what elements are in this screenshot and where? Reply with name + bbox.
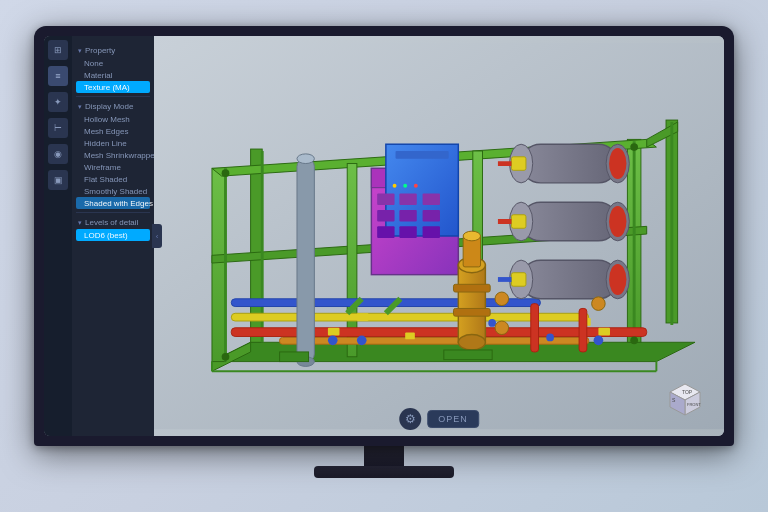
svg-point-82 bbox=[495, 292, 509, 306]
svg-rect-36 bbox=[377, 226, 394, 238]
svg-point-40 bbox=[403, 184, 407, 188]
svg-rect-62 bbox=[511, 215, 525, 229]
svg-point-58 bbox=[609, 148, 626, 179]
svg-point-46 bbox=[463, 231, 480, 241]
menu-item-none[interactable]: None bbox=[76, 57, 150, 69]
svg-point-60 bbox=[609, 264, 626, 295]
svg-rect-30 bbox=[377, 193, 394, 205]
layers-icon[interactable]: ⊞ bbox=[48, 40, 68, 60]
svg-rect-32 bbox=[423, 193, 440, 205]
svg-rect-55 bbox=[521, 260, 618, 299]
property-section-title[interactable]: ▾ Property bbox=[76, 44, 150, 57]
menu-item-mesh-shrinkwrapped[interactable]: Mesh Shrinkwrapped bbox=[76, 149, 150, 161]
svg-rect-29 bbox=[396, 151, 449, 159]
menu-item-hollow-mesh[interactable]: Hollow Mesh bbox=[76, 113, 150, 125]
view-icon[interactable]: ◉ bbox=[48, 144, 68, 164]
svg-rect-31 bbox=[399, 193, 416, 205]
open-button[interactable]: OPEN bbox=[427, 410, 479, 428]
svg-point-76 bbox=[594, 336, 604, 346]
svg-point-75 bbox=[546, 334, 554, 342]
monitor-stand-neck bbox=[364, 446, 404, 466]
svg-point-72 bbox=[328, 336, 338, 346]
svg-rect-22 bbox=[280, 337, 589, 344]
sidebar-icons-strip: ⊞ ≡ ✦ ⊢ ◉ ▣ bbox=[44, 36, 72, 436]
cad-viewport-svg bbox=[154, 36, 724, 436]
divider-2 bbox=[76, 212, 150, 213]
svg-rect-42 bbox=[458, 265, 485, 342]
svg-point-39 bbox=[393, 184, 397, 188]
menu-item-hidden-line[interactable]: Hidden Line bbox=[76, 137, 150, 149]
svg-rect-33 bbox=[377, 210, 394, 222]
menu-item-wireframe[interactable]: Wireframe bbox=[76, 161, 150, 173]
svg-rect-23 bbox=[297, 159, 314, 362]
svg-rect-3 bbox=[212, 168, 226, 361]
svg-rect-34 bbox=[399, 210, 416, 222]
camera-icon[interactable]: ▣ bbox=[48, 170, 68, 190]
menu-item-lod6[interactable]: LOD6 (best) bbox=[76, 229, 150, 241]
properties-icon[interactable]: ≡ bbox=[48, 66, 68, 86]
svg-rect-52 bbox=[521, 202, 618, 241]
menu-item-material[interactable]: Material bbox=[76, 69, 150, 81]
lod-label: Levels of detail bbox=[85, 218, 138, 227]
measure-icon[interactable]: ⊢ bbox=[48, 118, 68, 138]
svg-text:TOP: TOP bbox=[682, 389, 693, 395]
svg-rect-37 bbox=[399, 226, 416, 238]
display-mode-label: Display Mode bbox=[85, 102, 133, 111]
cad-scene: TOP FRONT S ⚙ OPEN bbox=[154, 36, 724, 436]
svg-rect-63 bbox=[511, 273, 525, 287]
svg-rect-48 bbox=[453, 308, 490, 316]
monitor-stand-base bbox=[314, 466, 454, 478]
svg-rect-47 bbox=[453, 284, 490, 292]
svg-rect-78 bbox=[579, 308, 587, 351]
svg-point-73 bbox=[357, 336, 367, 346]
tools-icon[interactable]: ✦ bbox=[48, 92, 68, 112]
svg-point-85 bbox=[222, 353, 230, 361]
menu-item-texture[interactable]: Texture (MA) bbox=[76, 81, 150, 93]
menu-item-smoothly-shaded[interactable]: Smoothly Shaded bbox=[76, 185, 150, 197]
menu-item-shaded-edges[interactable]: Shaded with Edges bbox=[76, 197, 150, 209]
monitor-body: ⊞ ≡ ✦ ⊢ ◉ ▣ ▾ Property None Material bbox=[34, 26, 734, 446]
svg-point-59 bbox=[609, 206, 626, 237]
svg-rect-68 bbox=[357, 313, 369, 321]
sidebar-menu: ▾ Property None Material Texture (MA) ▾ … bbox=[72, 40, 154, 432]
main-viewport[interactable]: TOP FRONT S ⚙ OPEN bbox=[154, 36, 724, 436]
svg-rect-89 bbox=[444, 350, 492, 360]
svg-rect-77 bbox=[531, 304, 539, 352]
bottom-toolbar: ⚙ OPEN bbox=[399, 408, 479, 430]
svg-rect-35 bbox=[423, 210, 440, 222]
svg-text:FRONT: FRONT bbox=[687, 402, 701, 407]
svg-rect-88 bbox=[280, 352, 309, 362]
sidebar: ⊞ ≡ ✦ ⊢ ◉ ▣ ▾ Property None Material bbox=[44, 36, 154, 436]
svg-rect-69 bbox=[405, 333, 415, 340]
svg-point-87 bbox=[630, 336, 638, 344]
svg-point-83 bbox=[592, 297, 606, 311]
menu-item-mesh-edges[interactable]: Mesh Edges bbox=[76, 125, 150, 137]
divider-1 bbox=[76, 96, 150, 97]
display-mode-section-title[interactable]: ▾ Display Mode bbox=[76, 100, 150, 113]
svg-rect-61 bbox=[511, 157, 525, 171]
svg-rect-21 bbox=[231, 299, 540, 307]
svg-point-41 bbox=[414, 184, 418, 188]
property-label: Property bbox=[85, 46, 115, 55]
svg-rect-49 bbox=[521, 144, 618, 183]
settings-gear-icon[interactable]: ⚙ bbox=[399, 408, 421, 430]
svg-point-81 bbox=[495, 321, 509, 335]
lod-section-title[interactable]: ▾ Levels of detail bbox=[76, 216, 150, 229]
svg-rect-38 bbox=[423, 226, 440, 238]
view-cube[interactable]: TOP FRONT S bbox=[660, 372, 710, 422]
monitor-wrapper: ⊞ ≡ ✦ ⊢ ◉ ▣ ▾ Property None Material bbox=[34, 26, 734, 486]
svg-point-74 bbox=[488, 319, 496, 327]
svg-point-84 bbox=[222, 169, 230, 177]
svg-rect-71 bbox=[598, 328, 610, 336]
svg-point-86 bbox=[630, 143, 638, 151]
monitor-screen: ⊞ ≡ ✦ ⊢ ◉ ▣ ▾ Property None Material bbox=[44, 36, 724, 436]
svg-point-24 bbox=[297, 154, 314, 164]
svg-rect-67 bbox=[328, 328, 340, 336]
svg-point-44 bbox=[458, 335, 485, 350]
menu-item-flat-shaded[interactable]: Flat Shaded bbox=[76, 173, 150, 185]
collapse-sidebar-handle[interactable]: ‹ bbox=[152, 224, 162, 248]
